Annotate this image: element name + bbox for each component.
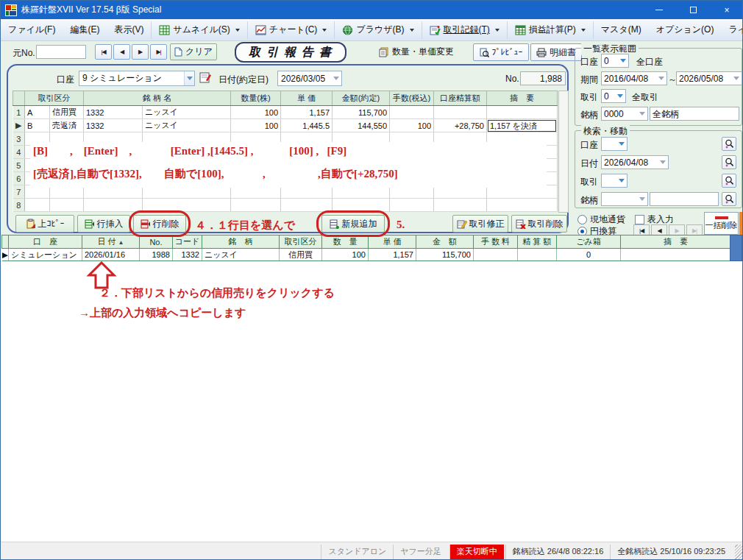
col-account[interactable]: 口 座 [8,235,82,249]
clear-button[interactable]: クリア [170,43,217,60]
col-settle[interactable]: 精 算 額 [517,235,556,249]
profit-calc-icon [515,25,526,35]
col-amount[interactable]: 金 額 [416,235,473,249]
edit-trade-icon [457,219,467,229]
range-account-combo[interactable]: 0 [601,54,629,68]
window-title: 株羅針盤XVII Ver 17.54 β版 Special [21,4,161,16]
period-from-combo[interactable]: 2016/04/08 [601,71,667,85]
status-yahoo: ヤフー分足 [393,545,448,559]
range-symbol-label: 銘柄 [580,109,598,121]
menu-option[interactable]: オプション(O) [649,21,722,39]
combo-arrow[interactable] [184,71,194,85]
col-price: 単 価 [281,91,333,106]
source-no-input[interactable] [36,45,86,59]
bulk-delete-button[interactable]: 一括削除 [704,212,739,235]
currency-local-radio[interactable]: 現地通貨 [577,213,625,226]
combo-arrow[interactable] [331,71,341,85]
menu-trade-record[interactable]: 取引記録(T) [422,21,507,39]
search-icon [725,157,734,167]
nav-prev-button[interactable]: ◀ [113,44,130,60]
memo-cell-focused[interactable]: 1,157 を決済 [488,120,556,132]
thumbnail-icon [159,25,170,35]
col-price[interactable]: 単 価 [368,235,416,249]
search-trade-combo[interactable] [601,174,628,188]
trade-date-combo[interactable]: 2026/03/05 [277,71,342,86]
col-name: 銘 柄 名 [84,91,231,106]
nav-first-button[interactable]: |◀ [95,44,112,60]
annotation-keys-line2: [売返済],自動で[1332], 自動で[100], , ,自動で[+28,75… [33,167,398,181]
search-trade-button[interactable] [722,174,736,188]
statusbar: スタンドアロン ヤフー分足 楽天切断中 銘柄読込 26/4/8 08:22:16… [1,542,743,560]
col-trash[interactable]: ごみ箱 [556,235,620,249]
preview-button[interactable]: ﾌﾟﾚﾋﾞｭｰ [473,43,529,61]
entry-grid-header-row: 取引区分 銘 柄 名 数量(株) 単 価 金額(約定) 手数(税込) 口座精算額… [13,91,558,106]
edit-trade-button[interactable]: 取引修正 [452,215,508,233]
row-marker-icon: ▶ [2,249,9,261]
resize-grip[interactable] [735,545,743,559]
search-symbol-combo[interactable] [601,192,648,206]
col-fee[interactable]: 手 数 料 [473,235,517,249]
col-date-sorted[interactable]: 日 付 ▲ [82,235,139,249]
col-name[interactable]: 銘 柄 [202,235,279,249]
menu-chart[interactable]: チャート(C) [247,21,335,39]
maximize-button[interactable] [676,1,710,19]
add-new-button[interactable]: 新規追加 [321,215,385,233]
account-combo[interactable]: 9 シミュレーション [79,71,195,86]
menu-file[interactable]: ファイル(F) [1,21,63,39]
insert-row-button[interactable]: 行挿入 [77,215,130,233]
entry-row-2-selected[interactable]: ▶ B 売返済 1332 ニッスイ 100 1,445.5 144,550 10… [13,119,558,132]
browser-globe-icon [342,25,353,35]
menu-master[interactable]: マスタ(M) [593,21,649,39]
range-trade-combo[interactable]: 0 [601,89,626,103]
menu-view[interactable]: 表示(V) [107,21,151,39]
annotation-note-line1: ２．下部リストからの信用売りをクリックする [99,286,335,300]
delete-row-button[interactable]: 行削除 [133,215,186,233]
col-code[interactable]: コード [172,235,202,249]
entry-grid-scrollbar[interactable] [558,91,569,213]
radio-off-icon [577,215,587,224]
search-account-combo[interactable] [601,137,628,151]
minimize-button[interactable] [642,1,676,19]
chevron-down-icon [235,29,240,32]
entry-row-empty[interactable]: 8 [13,199,558,212]
menu-thumbnail[interactable]: サムネイル(S) [151,21,246,39]
search-icon [725,139,734,149]
col-qty[interactable]: 数 量 [321,235,368,249]
entry-row-1[interactable]: 1 A 信用買 1332 ニッスイ 100 1,157 115,700 [13,106,558,119]
chevron-down-icon [410,29,414,32]
record-nav: |◀ ◀ ▶ ▶| [95,44,167,60]
nav-last-icon: ▶| [692,227,697,234]
col-memo[interactable]: 摘 要 [620,235,730,249]
menu-edit[interactable]: 編集(E) [63,21,107,39]
qty-price-change-button[interactable]: 数量・単価変更 [379,46,454,58]
window-controls: × [642,1,743,19]
menu-profit-calc[interactable]: 損益計算(P) [507,21,593,39]
menu-license[interactable]: ライセンス(L) [721,21,743,39]
list-row-margin-buy[interactable]: ▶ シミュレーション 2026/01/16 1988 1332 ニッスイ 信用買… [2,249,731,261]
record-no-label: No. [505,74,519,84]
nav-next-button[interactable]: ▶ [132,44,149,60]
search-date-button[interactable] [722,155,736,169]
close-button[interactable]: × [710,1,743,19]
menu-browser[interactable]: ブラウザ(B) [334,21,421,39]
delete-trade-button[interactable]: 取引削除 [511,215,567,233]
search-symbol-field[interactable] [650,192,719,206]
nav-last-button[interactable]: ▶| [150,44,167,60]
app-window: 株羅針盤XVII Ver 17.54 β版 Special × ファイル(F) … [0,0,743,560]
trade-record-icon [430,25,441,35]
trade-date-label: 日付(約定日) [218,74,269,86]
trade-list-table: 口 座 日 付 ▲ No. コード 銘 柄 取引区分 数 量 単 価 金 額 手… [1,235,731,261]
record-no-value: 1,988 [520,71,566,85]
range-symbol-combo[interactable]: 0000 [601,107,648,121]
period-to-combo[interactable]: 2026/05/08 [676,71,742,85]
list-scrollbar[interactable] [730,235,742,261]
edit-account-icon[interactable] [199,71,212,84]
account-label: 口座 [57,74,74,86]
search-symbol-button[interactable] [722,192,736,206]
copy-up-button[interactable]: 上ｺﾋﾟｰ [15,215,74,233]
search-date-combo[interactable]: 2026/04/08 [601,155,669,169]
col-type[interactable]: 取引区分 [279,235,321,249]
search-account-button[interactable] [722,137,736,151]
col-no[interactable]: No. [139,235,172,249]
trade-entry-panel: 口座 9 シミュレーション 日付(約定日) 2026/03/05 No. 1,9… [7,64,569,233]
